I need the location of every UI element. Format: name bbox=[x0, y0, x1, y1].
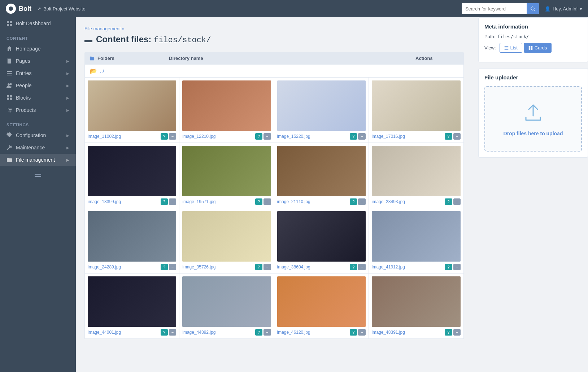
image-info-button[interactable]: ? bbox=[350, 329, 357, 336]
image-remove-button[interactable]: − bbox=[358, 264, 365, 270]
image-remove-button[interactable]: − bbox=[263, 198, 271, 205]
image-filename-link[interactable]: image_19571.jpg bbox=[182, 199, 215, 204]
image-info-button[interactable]: ? bbox=[445, 198, 452, 205]
svg-rect-28 bbox=[531, 48, 533, 50]
sidebar-item-label: File management bbox=[16, 157, 55, 163]
image-filename-link[interactable]: image_21110.jpg bbox=[277, 199, 310, 204]
image-actions: ?− bbox=[445, 133, 461, 140]
sidebar-item-entries[interactable]: Entries ▶ bbox=[0, 67, 76, 79]
image-info-button[interactable]: ? bbox=[255, 264, 262, 270]
image-filename-link[interactable]: image_11002.jpg bbox=[88, 134, 121, 139]
image-remove-button[interactable]: − bbox=[263, 264, 271, 270]
sidebar-item-dashboard[interactable]: Bolt Dashboard bbox=[0, 17, 76, 30]
sidebar-item-pages[interactable]: Pages ▶ bbox=[0, 55, 76, 67]
sidebar-item-homepage[interactable]: Homepage bbox=[0, 43, 76, 55]
image-thumbnail bbox=[277, 211, 366, 262]
image-actions: ?− bbox=[255, 329, 271, 336]
image-filename-link[interactable]: image_24289.jpg bbox=[88, 264, 121, 270]
image-filename-link[interactable]: image_38604.jpg bbox=[277, 264, 310, 270]
sidebar-item-products[interactable]: Products ▶ bbox=[0, 104, 76, 116]
image-filename-link[interactable]: image_41912.jpg bbox=[372, 264, 405, 270]
search-wrap bbox=[462, 3, 539, 14]
image-filename-link[interactable]: image_48391.jpg bbox=[372, 330, 405, 335]
image-label-row: image_18399.jpg?− bbox=[88, 198, 176, 205]
parent-dir-link[interactable]: ../ bbox=[100, 68, 104, 74]
column-actions: Actions bbox=[415, 56, 459, 61]
svg-point-18 bbox=[9, 111, 10, 113]
image-filename-link[interactable]: image_15220.jpg bbox=[277, 134, 310, 139]
image-cell: image_41912.jpg?− bbox=[369, 208, 463, 273]
image-remove-button[interactable]: − bbox=[263, 133, 271, 140]
app-logo[interactable]: Bolt bbox=[6, 4, 31, 14]
search-button[interactable] bbox=[527, 3, 539, 14]
upload-icon bbox=[492, 101, 574, 127]
image-filename-link[interactable]: image_18399.jpg bbox=[88, 199, 121, 204]
drop-zone[interactable]: Drop files here to upload bbox=[484, 86, 582, 152]
image-remove-button[interactable]: − bbox=[453, 133, 461, 140]
image-remove-button[interactable]: − bbox=[453, 329, 461, 336]
image-thumbnail bbox=[88, 146, 176, 196]
image-info-button[interactable]: ? bbox=[255, 198, 262, 205]
image-remove-button[interactable]: − bbox=[358, 133, 365, 140]
image-info-button[interactable]: ? bbox=[350, 133, 357, 140]
image-filename-link[interactable]: image_23493.jpg bbox=[372, 199, 405, 204]
svg-rect-23 bbox=[504, 48, 508, 48]
view-cards-button[interactable]: Cards bbox=[524, 43, 552, 53]
image-info-button[interactable]: ? bbox=[445, 264, 452, 270]
image-info-button[interactable]: ? bbox=[161, 264, 168, 270]
user-icon: 👤 bbox=[545, 6, 550, 12]
image-remove-button[interactable]: − bbox=[169, 133, 176, 140]
image-info-button[interactable]: ? bbox=[161, 133, 168, 140]
image-remove-button[interactable]: − bbox=[169, 329, 176, 336]
image-remove-button[interactable]: − bbox=[263, 329, 271, 336]
view-list-button[interactable]: List bbox=[500, 43, 522, 53]
sidebar-item-people[interactable]: People ▶ bbox=[0, 79, 76, 92]
user-menu[interactable]: 👤 Hey, Admin! ▾ bbox=[545, 6, 582, 12]
image-filename-link[interactable]: image_35726.jpg bbox=[182, 264, 215, 270]
image-info-button[interactable]: ? bbox=[350, 264, 357, 270]
sidebar-item-label: Blocks bbox=[16, 95, 31, 101]
logo-icon bbox=[6, 4, 16, 14]
image-label-row: image_21110.jpg?− bbox=[277, 198, 366, 205]
image-info-button[interactable]: ? bbox=[161, 329, 168, 336]
image-filename-link[interactable]: image_46120.jpg bbox=[277, 330, 310, 335]
image-info-button[interactable]: ? bbox=[350, 198, 357, 205]
image-remove-button[interactable]: − bbox=[453, 198, 461, 205]
image-remove-button[interactable]: − bbox=[358, 198, 365, 205]
image-remove-button[interactable]: − bbox=[358, 329, 365, 336]
image-info-button[interactable]: ? bbox=[255, 329, 262, 336]
image-actions: ?− bbox=[350, 133, 366, 140]
image-filename-link[interactable]: image_12210.jpg bbox=[182, 134, 215, 139]
image-thumbnail bbox=[182, 80, 271, 131]
drop-text[interactable]: Drop files here to upload bbox=[492, 131, 574, 136]
view-toggle: List Cards bbox=[500, 43, 552, 53]
image-filename-link[interactable]: image_44892.jpg bbox=[182, 330, 215, 335]
meta-path-row: Path: files/stock/ bbox=[484, 34, 582, 39]
breadcrumb[interactable]: File management » bbox=[84, 26, 464, 31]
site-link[interactable]: ↗ Bolt Project Website bbox=[37, 6, 86, 12]
sidebar-item-configuration[interactable]: Configuration ▶ bbox=[0, 129, 76, 141]
image-info-button[interactable]: ? bbox=[445, 329, 452, 336]
image-actions: ?− bbox=[161, 329, 177, 336]
sidebar-collapse-button[interactable] bbox=[0, 169, 76, 182]
search-input[interactable] bbox=[462, 3, 527, 14]
svg-point-19 bbox=[10, 111, 12, 113]
image-info-button[interactable]: ? bbox=[255, 133, 262, 140]
image-remove-button[interactable]: − bbox=[169, 198, 176, 205]
image-actions: ?− bbox=[350, 329, 366, 336]
image-info-button[interactable]: ? bbox=[161, 198, 168, 205]
image-filename-link[interactable]: image_44001.jpg bbox=[88, 330, 121, 335]
sidebar-item-maintenance[interactable]: Maintenance ▶ bbox=[0, 141, 76, 154]
uploader-title: File uploader bbox=[484, 74, 582, 80]
image-thumbnail bbox=[372, 276, 461, 327]
svg-rect-22 bbox=[504, 46, 508, 47]
sidebar-item-blocks[interactable]: Blocks ▶ bbox=[0, 92, 76, 104]
image-remove-button[interactable]: − bbox=[169, 264, 176, 270]
arrow-icon: ▶ bbox=[66, 59, 69, 63]
image-filename-link[interactable]: image_17016.jpg bbox=[372, 134, 405, 139]
meta-card: Meta information Path: files/stock/ View… bbox=[478, 17, 588, 62]
image-info-button[interactable]: ? bbox=[445, 133, 452, 140]
image-remove-button[interactable]: − bbox=[453, 264, 461, 270]
image-actions: ?− bbox=[255, 133, 271, 140]
sidebar-item-file-management[interactable]: File management ▶ bbox=[0, 154, 76, 166]
